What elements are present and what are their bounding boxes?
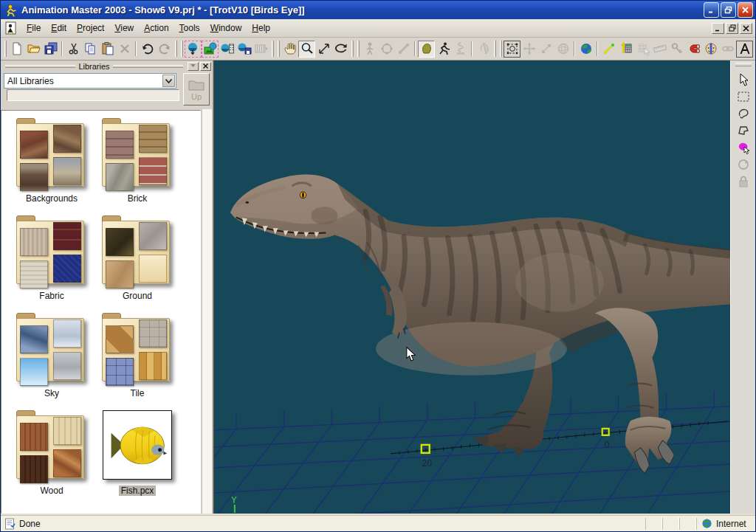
menu-edit[interactable]: Edit [46,21,72,35]
app-window: Animation Master 2003 - Show6 V9.prj * -… [0,0,756,532]
panel-close-button[interactable] [200,62,211,71]
toolbar-grip[interactable] [278,41,280,57]
library-filter-dropdown[interactable]: All Libraries [4,73,176,89]
mdi-close-button[interactable] [740,23,752,34]
up-button[interactable]: Up [183,73,210,106]
texture-thumb [139,319,167,348]
render-to-file-icon[interactable] [236,41,252,58]
modeling-mode-icon[interactable] [378,41,395,58]
toolbar-grip[interactable] [181,41,183,57]
menu-tools[interactable]: Tools [174,21,205,35]
redo-icon[interactable] [156,41,173,58]
menu-window[interactable]: Window [205,21,247,35]
copy-icon[interactable] [82,41,99,58]
panel-rollup-button[interactable] [188,62,199,71]
toolbar-grip[interactable] [351,41,354,57]
open-icon[interactable] [25,41,42,58]
panel-grip-line [113,65,183,68]
library-item-brick[interactable]: Brick [94,118,180,215]
render-add-image-icon[interactable] [202,41,219,58]
delete-icon[interactable] [116,41,133,58]
toolbar-grip[interactable] [494,41,496,57]
texture-thumb [53,125,81,153]
grid-snap-icon[interactable] [634,41,651,58]
mdi-minimize-button[interactable] [712,23,724,34]
paste-icon[interactable] [99,41,116,58]
polygon-lasso-tool-icon[interactable] [735,122,752,139]
library-item-label: Backgrounds [24,193,80,204]
internet-globe-icon [701,518,712,529]
turn-view-icon[interactable] [332,41,349,58]
library-item-wood[interactable]: Wood [9,410,94,508]
bones-mode-icon[interactable] [395,41,412,58]
chain-link-icon[interactable] [719,41,736,58]
mdi-restore-button[interactable] [726,23,738,34]
translate-manipulator-icon[interactable] [520,41,537,58]
dynamics-mode-icon[interactable] [452,41,469,58]
new-icon[interactable] [8,41,25,58]
render-to-movie-icon[interactable] [219,41,236,58]
y-axis-indicator: Y [231,494,237,513]
ruler-tool-icon[interactable] [651,41,668,58]
cut-icon[interactable] [65,41,82,58]
toolbar-grip[interactable] [175,41,177,57]
keyframe-calculator-icon[interactable] [617,41,634,58]
pointer-tool-icon[interactable] [735,71,752,88]
menu-file[interactable]: File [21,21,46,35]
library-item-fish[interactable]: Fish.pcx [94,410,180,508]
palette-grip[interactable] [735,63,752,66]
font-tool-icon[interactable] [736,41,753,58]
library-item-ground[interactable]: Ground [94,215,180,313]
toolbar-grip[interactable] [500,41,502,57]
mirror-mode-icon[interactable] [702,41,719,58]
world-globe-icon[interactable] [577,41,594,58]
action-mode-icon[interactable] [435,41,452,58]
skin-mode-icon[interactable] [418,41,435,58]
library-item-backgrounds[interactable]: Backgrounds [9,118,94,215]
library-item-tile[interactable]: Tile [94,313,180,410]
fish-image-icon [103,410,172,480]
group-tool-icon[interactable] [735,139,752,156]
toolbar-grip[interactable] [272,41,274,57]
close-button[interactable] [738,2,753,18]
magnet-mode-icon[interactable] [685,41,702,58]
texture-thumb [20,131,48,159]
menu-view[interactable]: View [109,21,139,35]
toolbar-grip[interactable] [357,41,360,57]
rect-select-tool-icon[interactable] [735,88,752,105]
render-preview-icon[interactable] [185,41,202,58]
rotate-tool-icon[interactable] [735,156,752,173]
film-strip-icon[interactable] [252,41,269,58]
restore-button[interactable] [721,2,736,18]
figure-mode-icon[interactable] [361,41,378,58]
undo-icon[interactable] [139,41,156,58]
trex-model[interactable] [230,175,730,473]
zoom-magnifier-icon[interactable] [298,41,315,58]
menu-help[interactable]: Help [247,21,275,35]
vector-tool-icon[interactable] [600,41,617,58]
shell-mode-icon[interactable] [475,41,492,58]
lasso-tool-icon[interactable] [735,105,752,122]
chevron-down-icon[interactable] [162,75,175,87]
toolbar-grip[interactable] [4,41,7,57]
minimize-button[interactable] [704,2,719,18]
library-item-label: Ground [120,291,154,301]
pan-hand-icon[interactable] [281,41,298,58]
zoom-region-icon[interactable] [315,41,332,58]
libraries-panel-header[interactable]: Libraries [1,61,213,71]
rotate-manipulator-icon[interactable] [554,41,571,58]
menu-action[interactable]: Action [139,21,173,35]
menu-project[interactable]: Project [72,21,109,35]
birds-eye-viewport[interactable]: 20 0 [213,61,730,514]
lock-tool-icon[interactable] [735,173,752,190]
key-tool-icon[interactable] [668,41,685,58]
library-item-fabric[interactable]: Fabric [9,215,94,313]
library-path-field[interactable] [7,89,179,101]
library-item-sky[interactable]: Sky [9,313,94,410]
bound-manipulator-icon[interactable] [504,41,520,58]
save-all-icon[interactable] [42,41,59,58]
scale-manipulator-icon[interactable] [537,41,554,58]
texture-thumb [20,260,48,289]
toolbar-separator [471,41,472,56]
library-scrollbar[interactable] [202,109,212,514]
